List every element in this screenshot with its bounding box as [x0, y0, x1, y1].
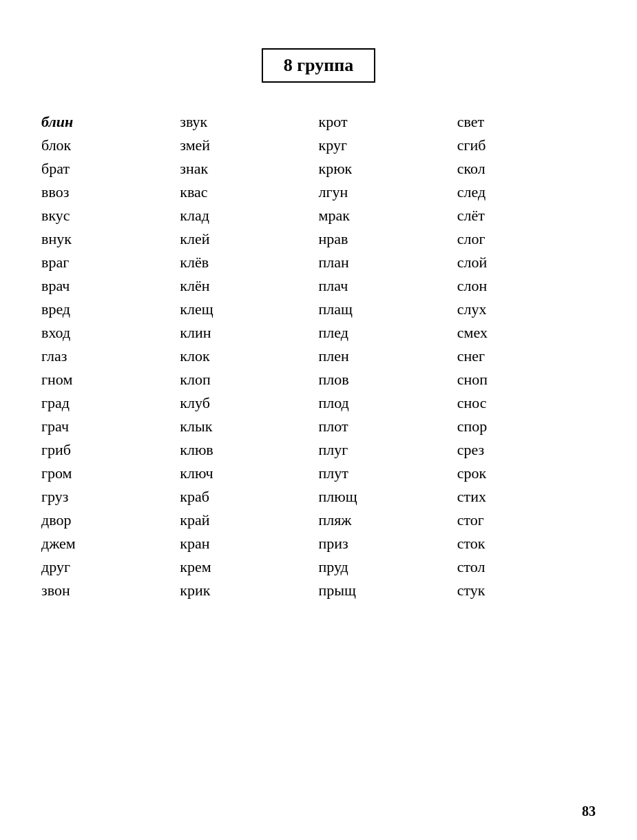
list-item: глаз — [41, 345, 180, 368]
list-item: плов — [319, 368, 457, 391]
list-item: вкус — [41, 204, 180, 227]
list-item: сгиб — [457, 134, 596, 157]
list-item: клёв — [180, 251, 318, 274]
list-item: прыщ — [319, 579, 457, 602]
list-item: звон — [41, 579, 180, 602]
list-item: ввоз — [41, 181, 180, 204]
list-item: враг — [41, 251, 180, 274]
page-title: 8 группа — [262, 48, 375, 83]
list-item: слог — [457, 227, 596, 251]
list-item: плащ — [319, 298, 457, 321]
list-item: вход — [41, 321, 180, 345]
list-item: срез — [457, 438, 596, 462]
list-item: плед — [319, 321, 457, 345]
list-item: крик — [180, 579, 318, 602]
list-item: змей — [180, 134, 318, 157]
list-item: нрав — [319, 227, 457, 251]
list-item: крюк — [319, 157, 457, 181]
list-item: спор — [457, 415, 596, 438]
list-item: стук — [457, 579, 596, 602]
list-item: краб — [180, 485, 318, 509]
list-item: клён — [180, 274, 318, 298]
list-item: плач — [319, 274, 457, 298]
list-item: внук — [41, 227, 180, 251]
list-item: слух — [457, 298, 596, 321]
list-item: плот — [319, 415, 457, 438]
list-item: смех — [457, 321, 596, 345]
list-item: слон — [457, 274, 596, 298]
list-item: сток — [457, 532, 596, 555]
list-item: звук — [180, 110, 318, 134]
list-item: плод — [319, 391, 457, 415]
word-grid: блинзвуккротсветблокзмейкругсгиббратзнак… — [41, 110, 596, 602]
list-item: свет — [457, 110, 596, 134]
list-item: знак — [180, 157, 318, 181]
list-item: клад — [180, 204, 318, 227]
list-item: двор — [41, 509, 180, 532]
list-item: блок — [41, 134, 180, 157]
list-item: скол — [457, 157, 596, 181]
list-item: мрак — [319, 204, 457, 227]
list-item: сноп — [457, 368, 596, 391]
list-item: край — [180, 509, 318, 532]
list-item: гриб — [41, 438, 180, 462]
list-item: врач — [41, 274, 180, 298]
list-item: друг — [41, 555, 180, 579]
list-item: гром — [41, 462, 180, 485]
list-item: вред — [41, 298, 180, 321]
list-item: крот — [319, 110, 457, 134]
list-item: плющ — [319, 485, 457, 509]
list-item: груз — [41, 485, 180, 509]
list-item: клюв — [180, 438, 318, 462]
list-item: плен — [319, 345, 457, 368]
list-item: плут — [319, 462, 457, 485]
list-item: стог — [457, 509, 596, 532]
list-item: лгун — [319, 181, 457, 204]
list-item: след — [457, 181, 596, 204]
list-item: снег — [457, 345, 596, 368]
list-item: клок — [180, 345, 318, 368]
list-item: кран — [180, 532, 318, 555]
list-item: стих — [457, 485, 596, 509]
page-number: 83 — [582, 803, 596, 819]
list-item: круг — [319, 134, 457, 157]
list-item: гном — [41, 368, 180, 391]
list-item: крем — [180, 555, 318, 579]
list-item: слой — [457, 251, 596, 274]
list-item: клин — [180, 321, 318, 345]
list-item: клык — [180, 415, 318, 438]
list-item: слёт — [457, 204, 596, 227]
list-item: клуб — [180, 391, 318, 415]
list-item: клещ — [180, 298, 318, 321]
list-item: пляж — [319, 509, 457, 532]
list-item: брат — [41, 157, 180, 181]
list-item: приз — [319, 532, 457, 555]
list-item: план — [319, 251, 457, 274]
list-item: плуг — [319, 438, 457, 462]
list-item: джем — [41, 532, 180, 555]
list-item: клоп — [180, 368, 318, 391]
list-item: блин — [41, 110, 180, 134]
list-item: квас — [180, 181, 318, 204]
list-item: снос — [457, 391, 596, 415]
list-item: клей — [180, 227, 318, 251]
list-item: град — [41, 391, 180, 415]
list-item: ключ — [180, 462, 318, 485]
list-item: грач — [41, 415, 180, 438]
list-item: стол — [457, 555, 596, 579]
list-item: пруд — [319, 555, 457, 579]
list-item: срок — [457, 462, 596, 485]
